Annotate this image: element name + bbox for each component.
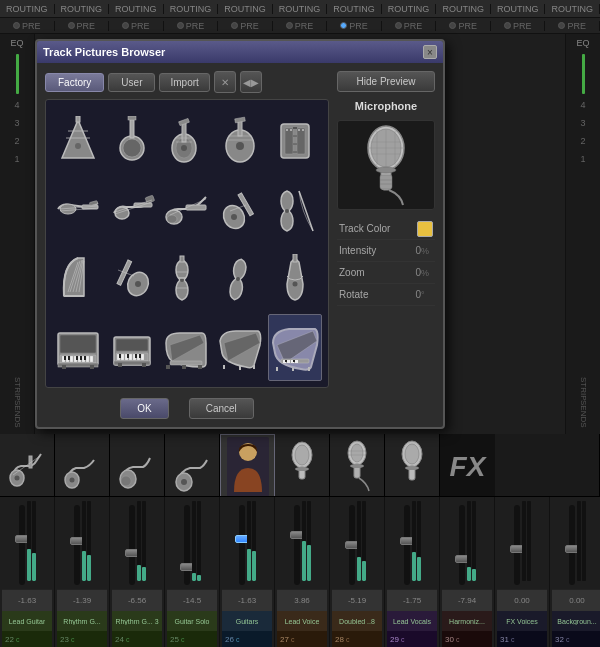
- channel-23: -1.39 Rhythm G... 23 c: [55, 497, 110, 647]
- fader-track-24[interactable]: [129, 505, 135, 585]
- instrument-balalaika[interactable]: [52, 106, 104, 173]
- fx-text: FX: [450, 451, 486, 483]
- color-swatch[interactable]: [417, 221, 433, 237]
- fader-track-29[interactable]: [404, 505, 410, 585]
- vocalist-svg: [230, 440, 266, 494]
- channel-num-28[interactable]: 28 c: [332, 631, 382, 647]
- pre-item[interactable]: PRE: [55, 21, 110, 31]
- dialog-close-button[interactable]: ×: [423, 45, 437, 59]
- instrument-grand-piano3[interactable]: [268, 314, 322, 381]
- fader-track-31[interactable]: [514, 505, 520, 585]
- microphone-preview-svg: [351, 120, 421, 210]
- fader-track-26[interactable]: [239, 505, 245, 585]
- pre-item[interactable]: PRE: [327, 21, 382, 31]
- channel-db-26: -1.63: [238, 596, 256, 605]
- instrument-harp[interactable]: [52, 245, 104, 312]
- instrument-grand-piano2[interactable]: [214, 314, 266, 381]
- pre-item[interactable]: PRE: [436, 21, 491, 31]
- ch-num-text-22: 22: [5, 635, 14, 644]
- thumb-guitar2[interactable]: [55, 434, 110, 497]
- meter-32: [577, 501, 586, 581]
- instrument-lute[interactable]: [160, 106, 212, 173]
- pre-item[interactable]: PRE: [0, 21, 55, 31]
- instrument-bass-guitar[interactable]: [160, 175, 212, 242]
- fader-track-25[interactable]: [184, 505, 190, 585]
- meter-30: [467, 501, 476, 581]
- instrument-upright-piano[interactable]: [52, 314, 104, 381]
- pre-item[interactable]: PRE: [218, 21, 273, 31]
- fader-track-30[interactable]: [459, 505, 465, 585]
- thumb-vocalist[interactable]: [220, 434, 275, 497]
- channel-num-24[interactable]: 24 c: [112, 631, 162, 647]
- pre-item[interactable]: PRE: [164, 21, 219, 31]
- instrument-banjo[interactable]: [106, 106, 158, 173]
- ch-num-text-30: 30: [445, 635, 454, 644]
- channel-num-23[interactable]: 23 c: [57, 631, 107, 647]
- meter-bar-25a: [192, 501, 196, 581]
- ok-button[interactable]: OK: [120, 398, 168, 419]
- fx-box[interactable]: FX: [440, 434, 495, 497]
- pre-item[interactable]: PRE: [545, 21, 600, 31]
- channel-num-25[interactable]: 25 c: [167, 631, 217, 647]
- instrument-guitar4[interactable]: [106, 245, 158, 312]
- meter-bar-28b: [362, 501, 366, 581]
- svg-rect-93: [116, 339, 148, 351]
- channel-num-31[interactable]: 31 c: [497, 631, 547, 647]
- user-tab[interactable]: User: [108, 73, 155, 92]
- thumb-guitar1[interactable]: [0, 434, 55, 497]
- clear-icon-button[interactable]: ✕: [214, 71, 236, 93]
- channel-num-22[interactable]: 22 c: [2, 631, 52, 647]
- svg-point-7: [123, 139, 141, 157]
- svg-rect-85: [68, 356, 70, 360]
- c-badge-25: c: [181, 636, 185, 643]
- cancel-button[interactable]: Cancel: [189, 398, 254, 419]
- svg-rect-72: [293, 254, 297, 262]
- instrument-grand-piano1[interactable]: [160, 314, 212, 381]
- fader-track-27[interactable]: [294, 505, 300, 585]
- instrument-violin1[interactable]: [160, 245, 212, 312]
- instrument-guitar1[interactable]: [52, 175, 104, 242]
- svg-rect-82: [86, 356, 89, 362]
- channel-name-text-22: Lead Guitar: [9, 618, 46, 625]
- instrument-oud[interactable]: [214, 106, 266, 173]
- instrument-violin-bow[interactable]: [268, 175, 322, 242]
- fader-track-22[interactable]: [19, 505, 25, 585]
- pre-item[interactable]: PRE: [491, 21, 546, 31]
- instrument-accordion[interactable]: [268, 106, 322, 173]
- channel-25-faders: [184, 501, 201, 589]
- thumb-guitar3[interactable]: [110, 434, 165, 497]
- fader-track-23[interactable]: [74, 505, 80, 585]
- pre-item[interactable]: PRE: [109, 21, 164, 31]
- thumb-guitar4[interactable]: [165, 434, 220, 497]
- pre-item[interactable]: PRE: [273, 21, 328, 31]
- instrument-guitar2[interactable]: [106, 175, 158, 242]
- hide-preview-button[interactable]: Hide Preview: [337, 71, 435, 92]
- channel-name-text-29: Lead Vocals: [393, 618, 431, 625]
- thumb-mic1[interactable]: [275, 434, 330, 497]
- svg-rect-32: [286, 129, 288, 131]
- instrument-cello[interactable]: [268, 245, 322, 312]
- thumb-mic2[interactable]: [330, 434, 385, 497]
- channel-num-27[interactable]: 27 c: [277, 631, 327, 647]
- channel-num-30[interactable]: 30 c: [442, 631, 492, 647]
- channel-name-30: Harmoniz...: [442, 611, 492, 631]
- svg-rect-108: [142, 363, 146, 367]
- channel-db-28: -5.19: [348, 596, 366, 605]
- instrument-piano2[interactable]: [106, 314, 158, 381]
- pre-item[interactable]: PRE: [382, 21, 437, 31]
- thumb-mic3[interactable]: [385, 434, 440, 497]
- preview-image: [337, 120, 435, 210]
- fader-track-28[interactable]: [349, 505, 355, 585]
- instruments-grid[interactable]: [45, 99, 329, 388]
- channel-num-29[interactable]: 29 c: [387, 631, 437, 647]
- channel-num-32[interactable]: 32 c: [552, 631, 600, 647]
- pre-dot: [286, 22, 293, 29]
- channel-num-26[interactable]: 26 c: [222, 631, 272, 647]
- scroll-icon-button[interactable]: ◀▶: [240, 71, 262, 93]
- instrument-guitar3[interactable]: [214, 175, 266, 242]
- svg-rect-87: [80, 356, 82, 360]
- instrument-violin2[interactable]: [214, 245, 266, 312]
- factory-tab[interactable]: Factory: [45, 73, 104, 92]
- fader-track-32[interactable]: [569, 505, 575, 585]
- import-button[interactable]: Import: [159, 73, 209, 92]
